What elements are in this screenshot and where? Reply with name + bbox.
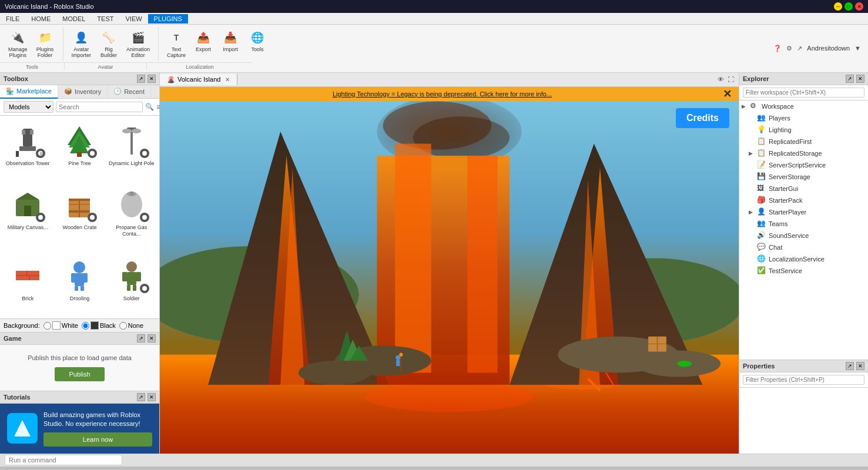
bg-none-option[interactable]: None (119, 322, 143, 330)
players-icon: 👥 (757, 113, 766, 123)
list-item[interactable]: Soldier (106, 253, 157, 316)
toolbox-popout-btn[interactable]: ↗ (137, 75, 145, 83)
menu-item-plugins[interactable]: PLUGINS (148, 14, 188, 24)
list-item[interactable]: Wooden Crate (54, 182, 105, 251)
menu-item-test[interactable]: TEST (91, 14, 119, 24)
tree-item-localization-service[interactable]: 🌐 LocalizationService (739, 253, 868, 265)
game-panel-popout-btn[interactable]: ↗ (137, 334, 145, 343)
explorer-popout-btn[interactable]: ↗ (846, 75, 854, 83)
list-item[interactable]: Dynamic Light Pole (106, 118, 157, 181)
tree-item-workspace[interactable]: ▶ ⚙ Workspace (739, 100, 868, 112)
tree-item-starter-gui[interactable]: 🖼 StarterGui (739, 183, 868, 194)
menu-item-model[interactable]: MODEL (56, 14, 91, 24)
menu-item-file[interactable]: FILE (0, 14, 25, 24)
import-button[interactable]: 📥 Import (217, 27, 243, 55)
list-item[interactable]: Military Canvas... (2, 182, 53, 251)
avatar-importer-button[interactable]: 👤 AvatarImporter (68, 27, 95, 61)
properties-search-bar (739, 372, 868, 388)
background-bar: Background: White Black None (0, 318, 159, 332)
viewport-tabs: 🌋 Volcanic Island ✕ 👁 ⛶ (160, 73, 739, 87)
tutorials-close-btn[interactable]: ✕ (148, 393, 156, 401)
tree-item-lighting[interactable]: 💡 Lighting (739, 124, 868, 136)
menu-item-home[interactable]: HOME (25, 14, 56, 24)
starter-player-icon: 👤 (757, 207, 766, 217)
camera-ui-icon: 👁 (718, 76, 724, 83)
viewport-tab-volcanic-island[interactable]: 🌋 Volcanic Island ✕ (160, 74, 237, 85)
animation-editor-button[interactable]: 🎬 AnimationEditor (123, 27, 153, 61)
plugins-folder-button[interactable]: 📁 PluginsFolder (32, 27, 58, 61)
game-panel-content: Publish this place to load game data Pub… (0, 345, 159, 391)
tab-inventory[interactable]: 📦 Inventory (58, 85, 108, 98)
rig-builder-button[interactable]: 🦴 RigBuilder (96, 27, 122, 61)
tree-item-test-service[interactable]: ✅ TestService (739, 265, 868, 277)
settings-icon: ⚙ (786, 45, 792, 52)
svg-point-73 (299, 361, 371, 385)
tree-item-sound-service[interactable]: 🔊 SoundService (739, 230, 868, 241)
properties-popout-btn[interactable]: ↗ (846, 362, 854, 370)
svg-point-31 (142, 215, 147, 220)
list-item[interactable]: Brick (2, 253, 53, 316)
search-input[interactable] (56, 102, 143, 112)
tutorials-header: Tutorials ↗ ✕ (0, 391, 159, 404)
tab-marketplace-label: Marketplace (16, 88, 52, 95)
list-item[interactable]: ⚙ Observation Tower (2, 118, 53, 181)
tab-close-btn[interactable]: ✕ (225, 76, 230, 83)
user-dropdown-icon[interactable]: ▼ (854, 45, 861, 52)
close-button[interactable]: ✕ (855, 2, 863, 11)
viewport[interactable]: Lighting Technology = Legacy is being de… (160, 87, 739, 454)
export-icon: 📤 (195, 29, 212, 46)
properties-close-btn[interactable]: ✕ (856, 362, 864, 370)
tree-item-server-storage[interactable]: 💾 ServerStorage (739, 171, 868, 183)
game-panel-close-btn[interactable]: ✕ (148, 334, 156, 343)
tutorials-popout-btn[interactable]: ↗ (137, 393, 145, 401)
notification-close-btn[interactable]: ✕ (723, 88, 732, 100)
svg-point-62 (365, 382, 534, 412)
tools-button[interactable]: 🌐 Tools (244, 27, 270, 55)
username: Andresitodown (807, 45, 850, 52)
category-select[interactable]: Models Images Meshes Audio Plugins Video… (4, 101, 53, 113)
explorer-close-btn[interactable]: ✕ (856, 75, 864, 83)
export-button[interactable]: 📤 Export (190, 27, 216, 55)
tree-item-teams[interactable]: 👥 Teams (739, 218, 868, 230)
left-panel: Toolbox ↗ ✕ 🏪 Marketplace 📦 Inventory 🕒 (0, 73, 160, 454)
minimize-button[interactable]: ─ (834, 2, 842, 11)
tools-icon: 🌐 (249, 29, 266, 46)
explorer-search-input[interactable] (743, 88, 864, 98)
tree-item-replicated-first[interactable]: 📋 ReplicatedFirst (739, 136, 868, 147)
toolbox: Toolbox ↗ ✕ 🏪 Marketplace 📦 Inventory 🕒 (0, 73, 159, 332)
tree-item-starter-player[interactable]: ▶ 👤 StarterPlayer (739, 206, 868, 218)
game-panel-message: Publish this place to load game data (28, 354, 132, 361)
notification-banner[interactable]: Lighting Technology = Legacy is being de… (160, 87, 739, 101)
tree-item-replicated-storage[interactable]: ▶ 📋 ReplicatedStorage (739, 147, 868, 159)
list-item[interactable]: Pine Tree (54, 118, 105, 181)
bg-white-option[interactable]: White (43, 321, 78, 330)
toolbox-close-btn[interactable]: ✕ (148, 75, 156, 83)
teams-icon: 👥 (757, 219, 766, 229)
list-item[interactable]: Propane Gas Conta... (106, 182, 157, 251)
avatar-importer-icon: 👤 (73, 29, 89, 46)
manage-plugins-button[interactable]: 🔌 ManagePlugins (5, 27, 31, 61)
tab-recent[interactable]: 🕒 Recent (108, 85, 151, 98)
publish-button[interactable]: Publish (55, 367, 104, 381)
list-item[interactable]: Drooling (54, 253, 105, 316)
explorer-title: Explorer (743, 75, 769, 82)
bg-black-option[interactable]: Black (82, 321, 116, 330)
item-label-military-canvas: Military Canvas... (8, 224, 48, 231)
tree-item-players[interactable]: 👥 Players (739, 112, 868, 124)
learn-now-button[interactable]: Learn now (43, 432, 152, 446)
menu-item-view[interactable]: VIEW (119, 14, 148, 24)
credits-button[interactable]: Credits (676, 108, 729, 128)
tree-item-server-script-service[interactable]: 📝 ServerScriptService (739, 159, 868, 171)
tree-item-chat[interactable]: 💬 Chat (739, 241, 868, 253)
explorer-search-bar (739, 85, 868, 100)
maximize-button[interactable]: □ (844, 2, 853, 11)
import-icon: 📥 (222, 29, 239, 46)
properties-search-input[interactable] (743, 375, 864, 385)
menu-bar: FILEHOMEMODELTESTVIEWPLUGINS (0, 13, 868, 25)
text-capture-button[interactable]: T TextCapture (163, 27, 189, 61)
fullscreen-icon[interactable]: ⛶ (728, 76, 734, 83)
tree-item-starter-pack[interactable]: 🎒 StarterPack (739, 194, 868, 206)
search-button[interactable]: 🔍 (145, 103, 154, 111)
tab-marketplace[interactable]: 🏪 Marketplace (0, 85, 58, 99)
command-input[interactable] (5, 455, 122, 465)
